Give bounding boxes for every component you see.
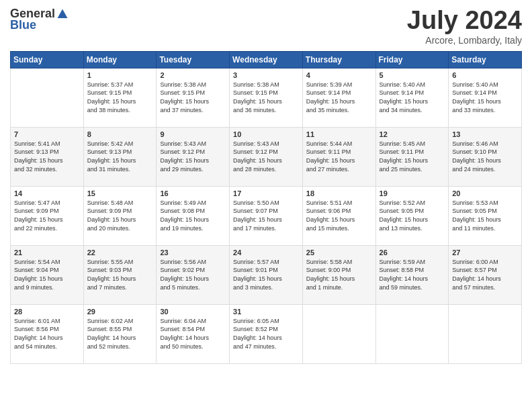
- day-number: 9: [160, 130, 226, 138]
- calendar-cell: 29Sunrise: 6:02 AMSunset: 8:55 PMDayligh…: [83, 304, 157, 363]
- calendar-cell: [375, 304, 449, 363]
- day-info: Sunrise: 5:40 AMSunset: 9:14 PMDaylight:…: [380, 81, 445, 114]
- calendar-header-thursday: Thursday: [302, 51, 375, 68]
- day-info: Sunrise: 5:42 AMSunset: 9:13 PMDaylight:…: [87, 140, 153, 173]
- calendar-header-monday: Monday: [83, 51, 157, 68]
- day-number: 17: [233, 189, 299, 197]
- month-title: July 2024: [407, 7, 522, 35]
- calendar-week-row: 28Sunrise: 6:01 AMSunset: 8:56 PMDayligh…: [11, 304, 522, 363]
- day-info: Sunrise: 6:00 AMSunset: 8:57 PMDaylight:…: [452, 258, 518, 291]
- calendar-week-row: 1Sunrise: 5:37 AMSunset: 9:15 PMDaylight…: [11, 68, 522, 127]
- calendar-week-row: 21Sunrise: 5:54 AMSunset: 9:04 PMDayligh…: [11, 245, 522, 304]
- day-number: 18: [306, 189, 372, 197]
- day-info: Sunrise: 6:02 AMSunset: 8:55 PMDaylight:…: [87, 317, 153, 351]
- day-info: Sunrise: 5:39 AMSunset: 9:14 PMDaylight:…: [306, 81, 372, 114]
- day-info: Sunrise: 5:48 AMSunset: 9:09 PMDaylight:…: [87, 199, 153, 232]
- day-info: Sunrise: 5:46 AMSunset: 9:10 PMDaylight:…: [452, 140, 518, 173]
- day-info: Sunrise: 5:38 AMSunset: 9:15 PMDaylight:…: [233, 81, 299, 114]
- day-info: Sunrise: 5:38 AMSunset: 9:15 PMDaylight:…: [160, 81, 226, 114]
- day-number: 8: [87, 130, 153, 138]
- calendar-cell: 11Sunrise: 5:44 AMSunset: 9:11 PMDayligh…: [302, 127, 375, 186]
- day-number: 19: [380, 189, 445, 197]
- logo-icon: [56, 8, 69, 20]
- day-info: Sunrise: 5:54 AMSunset: 9:04 PMDaylight:…: [14, 258, 80, 291]
- day-number: 4: [306, 71, 372, 79]
- calendar-header-sunday: Sunday: [11, 51, 84, 68]
- day-info: Sunrise: 5:59 AMSunset: 8:58 PMDaylight:…: [380, 258, 445, 291]
- day-info: Sunrise: 5:45 AMSunset: 9:11 PMDaylight:…: [380, 140, 445, 173]
- calendar-cell: 25Sunrise: 5:58 AMSunset: 9:00 PMDayligh…: [302, 245, 375, 304]
- day-number: 21: [14, 248, 80, 257]
- calendar-cell: 26Sunrise: 5:59 AMSunset: 8:58 PMDayligh…: [375, 245, 449, 304]
- day-number: 27: [452, 248, 518, 257]
- calendar-cell: [302, 304, 375, 363]
- day-number: 11: [306, 130, 372, 138]
- day-number: 20: [452, 189, 518, 197]
- day-number: 16: [160, 189, 226, 197]
- day-info: Sunrise: 6:05 AMSunset: 8:52 PMDaylight:…: [233, 317, 299, 351]
- day-info: Sunrise: 5:58 AMSunset: 9:00 PMDaylight:…: [306, 258, 372, 291]
- day-number: 29: [87, 308, 153, 316]
- calendar-cell: 20Sunrise: 5:53 AMSunset: 9:05 PMDayligh…: [449, 186, 522, 245]
- calendar-cell: 27Sunrise: 6:00 AMSunset: 8:57 PMDayligh…: [449, 245, 522, 304]
- location: Arcore, Lombardy, Italy: [407, 35, 522, 46]
- title-block: July 2024 Arcore, Lombardy, Italy: [407, 7, 522, 46]
- calendar-header-tuesday: Tuesday: [157, 51, 230, 68]
- calendar-cell: 8Sunrise: 5:42 AMSunset: 9:13 PMDaylight…: [83, 127, 157, 186]
- day-number: 7: [14, 130, 80, 138]
- calendar-cell: 23Sunrise: 5:56 AMSunset: 9:02 PMDayligh…: [157, 245, 230, 304]
- calendar-cell: 10Sunrise: 5:43 AMSunset: 9:12 PMDayligh…: [230, 127, 303, 186]
- day-number: 2: [160, 71, 226, 79]
- calendar-cell: 12Sunrise: 5:45 AMSunset: 9:11 PMDayligh…: [375, 127, 449, 186]
- calendar-cell: 30Sunrise: 6:04 AMSunset: 8:54 PMDayligh…: [157, 304, 230, 363]
- day-number: 23: [160, 248, 226, 257]
- day-info: Sunrise: 5:51 AMSunset: 9:06 PMDaylight:…: [306, 199, 372, 232]
- calendar-cell: 2Sunrise: 5:38 AMSunset: 9:15 PMDaylight…: [157, 68, 230, 127]
- calendar-header-saturday: Saturday: [449, 51, 522, 68]
- day-info: Sunrise: 5:47 AMSunset: 9:09 PMDaylight:…: [14, 199, 80, 232]
- day-info: Sunrise: 5:37 AMSunset: 9:15 PMDaylight:…: [87, 81, 153, 114]
- calendar-cell: 31Sunrise: 6:05 AMSunset: 8:52 PMDayligh…: [230, 304, 303, 363]
- svg-marker-0: [58, 9, 68, 18]
- day-info: Sunrise: 5:50 AMSunset: 9:07 PMDaylight:…: [233, 199, 299, 232]
- day-number: 5: [380, 71, 445, 79]
- day-number: 24: [233, 248, 299, 257]
- day-info: Sunrise: 5:56 AMSunset: 9:02 PMDaylight:…: [160, 258, 226, 291]
- calendar-header-wednesday: Wednesday: [230, 51, 303, 68]
- day-info: Sunrise: 5:53 AMSunset: 9:05 PMDaylight:…: [452, 199, 518, 232]
- day-number: 12: [380, 130, 445, 138]
- calendar-cell: 4Sunrise: 5:39 AMSunset: 9:14 PMDaylight…: [302, 68, 375, 127]
- calendar-cell: 3Sunrise: 5:38 AMSunset: 9:15 PMDaylight…: [230, 68, 303, 127]
- day-number: 31: [233, 308, 299, 316]
- day-number: 22: [87, 248, 153, 257]
- day-info: Sunrise: 6:01 AMSunset: 8:56 PMDaylight:…: [14, 317, 80, 351]
- day-number: 13: [452, 130, 518, 138]
- calendar-cell: 16Sunrise: 5:49 AMSunset: 9:08 PMDayligh…: [157, 186, 230, 245]
- page: General Blue July 2024 Arcore, Lombardy,…: [0, 0, 532, 411]
- calendar-week-row: 14Sunrise: 5:47 AMSunset: 9:09 PMDayligh…: [11, 186, 522, 245]
- calendar-cell: 9Sunrise: 5:43 AMSunset: 9:12 PMDaylight…: [157, 127, 230, 186]
- calendar-cell: 1Sunrise: 5:37 AMSunset: 9:15 PMDaylight…: [83, 68, 157, 127]
- calendar-cell: 28Sunrise: 6:01 AMSunset: 8:56 PMDayligh…: [11, 304, 84, 363]
- calendar-cell: 14Sunrise: 5:47 AMSunset: 9:09 PMDayligh…: [11, 186, 84, 245]
- calendar-cell: 13Sunrise: 5:46 AMSunset: 9:10 PMDayligh…: [449, 127, 522, 186]
- calendar-cell: 24Sunrise: 5:57 AMSunset: 9:01 PMDayligh…: [230, 245, 303, 304]
- calendar-cell: 15Sunrise: 5:48 AMSunset: 9:09 PMDayligh…: [83, 186, 157, 245]
- calendar-cell: [449, 304, 522, 363]
- day-info: Sunrise: 5:44 AMSunset: 9:11 PMDaylight:…: [306, 140, 372, 173]
- day-info: Sunrise: 5:55 AMSunset: 9:03 PMDaylight:…: [87, 258, 153, 291]
- day-info: Sunrise: 5:41 AMSunset: 9:13 PMDaylight:…: [14, 140, 80, 173]
- day-info: Sunrise: 5:57 AMSunset: 9:01 PMDaylight:…: [233, 258, 299, 291]
- day-number: 30: [160, 308, 226, 316]
- calendar-header-friday: Friday: [375, 51, 449, 68]
- calendar-week-row: 7Sunrise: 5:41 AMSunset: 9:13 PMDaylight…: [11, 127, 522, 186]
- day-info: Sunrise: 5:43 AMSunset: 9:12 PMDaylight:…: [233, 140, 299, 173]
- day-number: 14: [14, 189, 80, 197]
- calendar-cell: [11, 68, 84, 127]
- day-info: Sunrise: 5:49 AMSunset: 9:08 PMDaylight:…: [160, 199, 226, 232]
- calendar-table: SundayMondayTuesdayWednesdayThursdayFrid…: [10, 51, 522, 364]
- day-number: 25: [306, 248, 372, 257]
- calendar-cell: 5Sunrise: 5:40 AMSunset: 9:14 PMDaylight…: [375, 68, 449, 127]
- day-number: 15: [87, 189, 153, 197]
- calendar-header-row: SundayMondayTuesdayWednesdayThursdayFrid…: [11, 51, 522, 68]
